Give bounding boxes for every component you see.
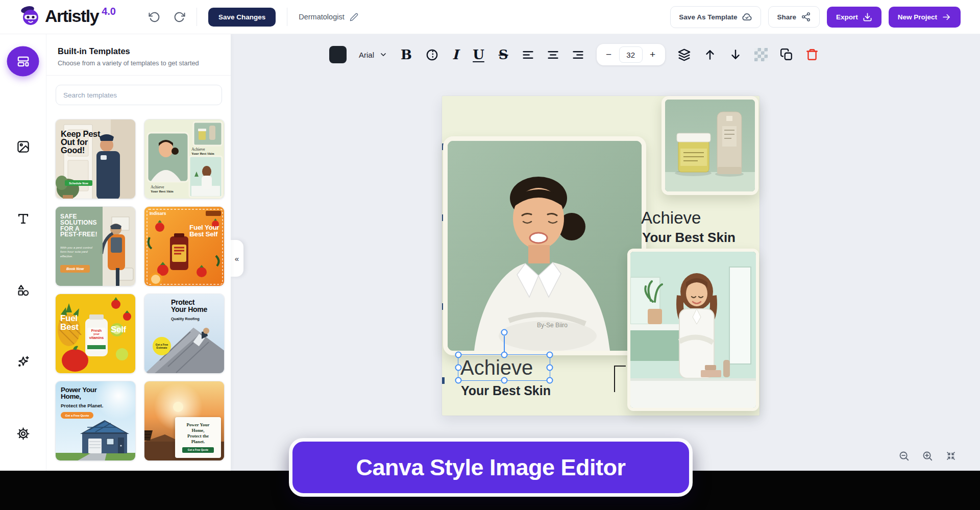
shapes-icon <box>16 283 30 297</box>
template-title: Achieve Your Best Skin <box>191 147 214 156</box>
template-cta: Book Now <box>60 265 90 273</box>
selection-handle-nw[interactable] <box>455 352 462 358</box>
rotation-handle[interactable] <box>501 329 507 336</box>
logo-text: Artistly <box>45 5 99 27</box>
editor-banner-text: Canva Style Image Editor <box>356 454 625 481</box>
template-card-fuel-yellow[interactable]: Fuel Best Self Fresh your vitamins <box>55 294 136 374</box>
pencil-icon <box>350 13 358 21</box>
new-project-button[interactable]: New Project <box>889 7 961 28</box>
transparency-button[interactable] <box>754 48 768 61</box>
fill-color-swatch[interactable] <box>329 46 347 63</box>
logo[interactable]: Artistly 4.0 <box>19 5 116 29</box>
duplicate-button[interactable] <box>780 48 793 61</box>
header: Artistly 4.0 Save Changes Dermatologist … <box>0 0 980 34</box>
canvas-artboard[interactable]: By-Se Biiro Achieve Your Best <box>442 96 760 416</box>
edit-project-name-button[interactable] <box>350 13 358 21</box>
letter-spacing-button[interactable] <box>425 48 439 62</box>
bold-button[interactable]: B <box>400 48 413 61</box>
template-card-pest-free[interactable]: SAFE SOLUTIONS FOR A PEST-FREE! With you… <box>55 206 136 286</box>
selection-handle-se[interactable] <box>547 377 553 384</box>
font-family-select[interactable]: Arial <box>359 51 387 59</box>
template-card-roofing[interactable]: Protect Your Home Quality Roofing Get a … <box>144 294 225 374</box>
zoom-in-button[interactable] <box>920 448 935 464</box>
header-actions: Save As Template Share Export New Projec… <box>670 6 961 28</box>
selection-box[interactable]: Achieve <box>458 354 550 381</box>
italic-button[interactable]: I <box>451 48 459 61</box>
template-title-left: Fuel Best <box>60 314 79 331</box>
align-center-button[interactable] <box>547 48 559 61</box>
sidebar-item-shapes[interactable] <box>9 276 37 304</box>
product-photo-card[interactable] <box>662 96 758 195</box>
copy-icon <box>780 48 793 61</box>
redo-button[interactable] <box>174 11 185 23</box>
zoom-out-button[interactable] <box>896 448 912 464</box>
chevrons-left-icon: « <box>235 254 239 263</box>
canvas-right-subheadline[interactable]: Your Best Skin <box>642 230 736 246</box>
font-size-increase-button[interactable]: + <box>643 44 663 65</box>
align-center-icon <box>547 48 559 61</box>
template-footer-text: Achieve Your Best Skin <box>151 185 174 193</box>
panel-header: Built-in Templates Choose from a variety… <box>46 34 231 76</box>
underline-button[interactable]: U <box>472 48 485 61</box>
template-brand: Indisars <box>150 211 166 216</box>
selection-handle-ne[interactable] <box>547 352 553 358</box>
font-size-decrease-button[interactable]: − <box>599 44 619 65</box>
clinic-photo-card[interactable] <box>627 249 759 411</box>
canvas-subheadline[interactable]: Your Best Skin <box>461 383 551 398</box>
template-subtitle: Protect the Planet. <box>61 403 103 408</box>
selection-handle-sw[interactable] <box>455 377 462 384</box>
sidebar-item-settings[interactable] <box>9 419 37 448</box>
search-input[interactable] <box>56 85 222 105</box>
canvas-headline[interactable]: Achieve <box>458 355 550 380</box>
arrow-right-icon <box>942 12 951 22</box>
gear-icon <box>16 427 30 441</box>
template-card-solar-sunset[interactable]: Power Your Home, Protect the Planet. Get… <box>144 381 225 461</box>
send-backward-button[interactable] <box>729 48 742 61</box>
delete-button[interactable] <box>805 48 819 61</box>
chevron-down-icon <box>379 51 387 59</box>
save-as-template-button[interactable]: Save As Template <box>670 6 761 28</box>
sparkles-icon <box>16 355 30 369</box>
template-card-pest-control[interactable]: Keep Pest Out for Good! Schedule Now <box>55 119 136 199</box>
arrow-down-icon <box>729 48 742 61</box>
sidebar-item-effects[interactable] <box>9 347 37 376</box>
bring-forward-button[interactable] <box>703 48 717 61</box>
selection-handle-n[interactable] <box>501 352 507 358</box>
sidebar-item-text[interactable] <box>9 204 37 233</box>
selection-handle-w[interactable] <box>455 365 462 371</box>
template-card-dermatologist[interactable]: Achieve Your Best Skin Achieve Your Best… <box>144 119 225 199</box>
history-controls <box>149 11 185 23</box>
panel-title: Built-in Templates <box>58 46 219 56</box>
save-changes-button[interactable]: Save Changes <box>208 8 276 27</box>
template-title: Power Your Home, <box>61 386 97 400</box>
fit-view-button[interactable] <box>943 448 959 464</box>
circle-dashed-icon <box>425 48 439 62</box>
strikethrough-button[interactable]: S <box>498 48 509 61</box>
selection-handle-e[interactable] <box>547 365 553 371</box>
font-size-input[interactable] <box>619 46 643 63</box>
divider <box>197 8 197 26</box>
undo-button[interactable] <box>149 11 160 23</box>
template-card-solar-day[interactable]: Power Your Home, Protect the Planet. Get… <box>55 381 136 461</box>
layers-button[interactable] <box>677 48 691 62</box>
selection-handle-s[interactable] <box>501 377 507 384</box>
align-right-button[interactable] <box>572 48 584 61</box>
panel-collapse-button[interactable]: « <box>230 240 243 277</box>
undo-icon <box>149 11 160 23</box>
sidebar-item-images[interactable] <box>9 132 37 161</box>
template-grid: Keep Pest Out for Good! Schedule Now <box>55 119 225 461</box>
share-icon <box>801 12 811 22</box>
sidebar <box>0 34 46 471</box>
template-card-fuel-orange[interactable]: Indisars Fuel Your Best Self <box>144 206 225 286</box>
align-left-button[interactable] <box>522 48 534 61</box>
project-name: Dermatologist <box>299 13 344 21</box>
edge-mark <box>442 377 445 384</box>
template-title: Power Your Home, Protect the Planet. <box>186 422 209 444</box>
redo-icon <box>174 11 185 23</box>
export-button[interactable]: Export <box>827 7 881 28</box>
zoom-controls <box>896 448 959 464</box>
arrow-up-icon <box>703 48 717 61</box>
sidebar-item-templates[interactable] <box>7 46 39 77</box>
canvas-right-headline[interactable]: Achieve <box>641 208 701 228</box>
share-button[interactable]: Share <box>768 6 820 28</box>
